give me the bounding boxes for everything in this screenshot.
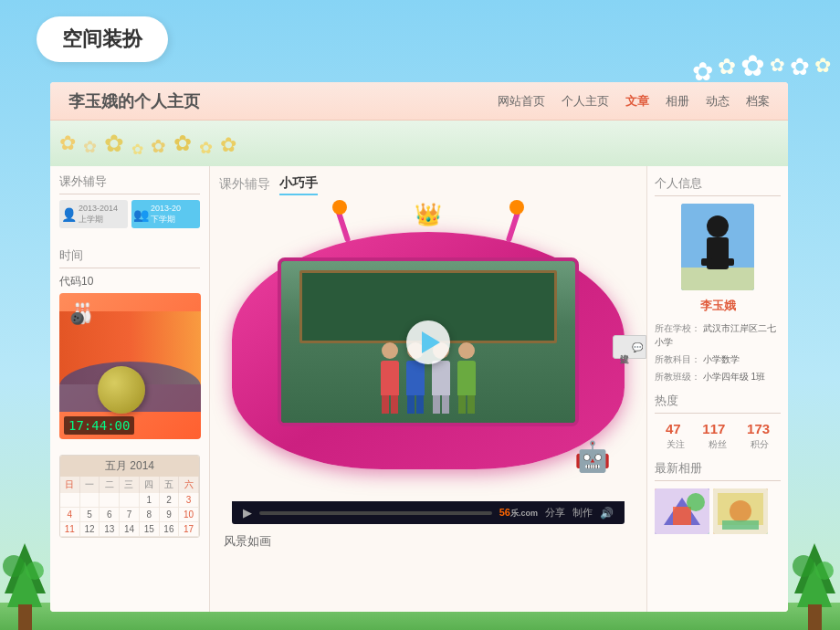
cal-cell-13[interactable]: 13	[100, 522, 120, 537]
make-btn[interactable]: 制作	[572, 506, 593, 520]
svg-rect-14	[701, 258, 712, 266]
cal-cell-6[interactable]: 6	[100, 508, 120, 522]
person-4	[457, 342, 476, 414]
nav-dynamic[interactable]: 动态	[706, 93, 730, 110]
semester-tab-spring[interactable]: 👤 2013-2014 上学期	[59, 200, 128, 228]
hotness-labels: 关注 粉丝 积分	[655, 438, 781, 451]
play-button[interactable]	[406, 320, 450, 364]
spring-tab-text: 2013-2014 上学期	[79, 204, 118, 225]
deco-flower-1: ✿	[59, 131, 76, 155]
nav-archive[interactable]: 档案	[746, 93, 770, 110]
semester-tab-fall[interactable]: 👥 2013-20 下学期	[131, 200, 200, 228]
calendar-widget: 五月 2014 日 一 二 三 四 五 六	[59, 455, 200, 538]
calendar-grid: 1 2 3 4 5 6 7 8 9 10 11 12 13	[60, 493, 199, 537]
svg-point-8	[793, 555, 814, 577]
deco-flower-5: ✿	[151, 135, 166, 157]
svg-point-9	[815, 562, 834, 580]
deco-flower-3: ✿	[104, 130, 124, 158]
photos-grid	[655, 488, 781, 534]
nav-album[interactable]: 相册	[666, 93, 689, 110]
screen-content	[281, 261, 575, 423]
weekday-wed: 三	[120, 477, 140, 493]
deco-flower-4: ✿	[131, 141, 143, 158]
antenna-ball-left	[332, 200, 347, 215]
cal-cell-3[interactable]: 3	[179, 493, 199, 508]
svg-point-22	[730, 500, 751, 522]
photo-thumb-1[interactable]	[655, 488, 709, 534]
video-frame-container: 👑	[232, 205, 625, 497]
play-triangle	[422, 331, 440, 353]
hotness-label3[interactable]: 积分	[751, 438, 769, 451]
cal-cell-7[interactable]: 7	[120, 508, 140, 522]
cal-cell-14[interactable]: 14	[120, 522, 140, 537]
svg-rect-18	[673, 507, 691, 525]
svg-point-19	[687, 493, 705, 511]
hotness-num3: 173	[747, 421, 770, 436]
cal-cell-empty3	[100, 493, 120, 508]
section-header: 课外辅导 小巧手	[219, 175, 637, 195]
hotness-label2[interactable]: 粉丝	[709, 438, 727, 451]
calendar-weekdays: 日 一 二 三 四 五 六	[60, 477, 199, 493]
svg-point-12	[707, 215, 729, 237]
svg-rect-15	[723, 258, 734, 266]
person-1	[381, 342, 399, 414]
nav-home[interactable]: 网站首页	[498, 93, 545, 110]
class-label: 所教班级：	[655, 372, 700, 382]
flower-icon-4: ✿	[770, 54, 785, 76]
cal-cell-8[interactable]: 8	[140, 508, 160, 522]
flower-icon-5: ✿	[790, 53, 810, 81]
site-title: 李玉娥的个人主页	[68, 90, 498, 112]
cal-cell-16[interactable]: 16	[160, 522, 180, 537]
weekday-sun: 日	[60, 477, 80, 493]
deco-flower-6: ✿	[173, 131, 192, 156]
mascot-character: 🤖	[574, 439, 611, 474]
nav-article[interactable]: 文章	[625, 93, 649, 110]
cal-cell-1[interactable]: 1	[140, 493, 160, 508]
tab-crafts[interactable]: 小巧手	[279, 175, 318, 195]
deco-flowers: ✿ ✿ ✿ ✿ ✿ ✿ ✿ ✿	[50, 121, 788, 166]
profile-photo	[681, 204, 754, 290]
cal-cell-empty1	[60, 493, 80, 508]
info-section-title: 个人信息	[655, 175, 781, 196]
cal-cell-5[interactable]: 5	[80, 508, 100, 522]
left-sidebar: 课外辅导 👤 2013-2014 上学期 👥 2013-20	[50, 166, 210, 612]
hotness-numbers: 47 117 173	[655, 421, 781, 436]
main-content-area: 李玉娥的个人主页 网站首页 个人主页 文章 相册 动态 档案 ✿ ✿ ✿ ✿ ✿…	[50, 82, 788, 612]
cal-cell-15[interactable]: 15	[140, 522, 160, 537]
hotness-label1[interactable]: 关注	[667, 438, 685, 451]
flowers-decoration: ✿ ✿ ✿ ✿ ✿ ✿	[566, 5, 840, 87]
photo-thumb-2[interactable]	[713, 488, 768, 534]
calendar-header: 五月 2014	[60, 456, 199, 477]
profile-name: 李玉娥	[655, 298, 781, 314]
svg-point-4	[26, 562, 44, 580]
weekday-tue: 二	[100, 477, 120, 493]
person-icon-spring: 👤	[61, 207, 77, 222]
cal-cell-4[interactable]: 4	[60, 508, 80, 522]
pin-icon: 🎳	[68, 302, 93, 326]
volume-btn[interactable]: 🔊	[600, 507, 614, 520]
svg-rect-7	[808, 604, 822, 630]
cal-cell-17[interactable]: 17	[179, 522, 199, 537]
tab-courses[interactable]: 课外辅导	[219, 176, 270, 194]
flower-icon-2: ✿	[718, 54, 736, 79]
cal-cell-9[interactable]: 9	[160, 508, 180, 522]
cal-cell-2[interactable]: 2	[160, 493, 180, 508]
class-value: 小学四年级 1班	[703, 372, 765, 382]
svg-point-3	[3, 555, 25, 577]
clock-widget: 🎳 17:44:00	[59, 293, 201, 439]
hotness-title: 热度	[655, 393, 781, 414]
subject-label: 所教科目：	[655, 354, 700, 364]
profile-subject-row: 所教科目： 小学数学	[655, 352, 781, 366]
share-btn[interactable]: 分享	[545, 506, 565, 520]
video-progress-bar[interactable]	[259, 511, 492, 515]
svg-rect-23	[722, 520, 759, 530]
nav-personal[interactable]: 个人主页	[562, 93, 609, 110]
cal-cell-10[interactable]: 10	[179, 508, 199, 522]
cal-cell-12[interactable]: 12	[80, 522, 100, 537]
video-description: 风景如画	[219, 533, 637, 550]
antenna-ball-right	[509, 200, 524, 215]
play-control-btn[interactable]: ▶	[243, 506, 252, 520]
semester-tabs: 👤 2013-2014 上学期 👥 2013-20 下学期	[59, 200, 200, 228]
school-label: 所在学校：	[655, 323, 700, 333]
cal-cell-11[interactable]: 11	[60, 522, 80, 537]
